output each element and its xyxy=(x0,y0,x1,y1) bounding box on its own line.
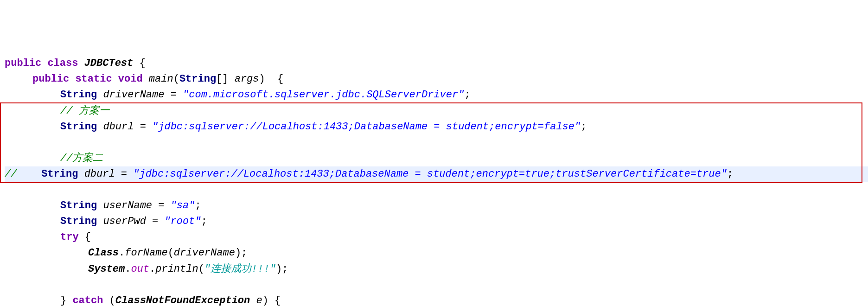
token: void xyxy=(118,73,149,85)
token: println xyxy=(155,263,198,275)
token: Class xyxy=(88,247,119,259)
token: JDBCTest xyxy=(84,57,134,69)
token: ( xyxy=(198,263,204,275)
token: String xyxy=(60,89,103,101)
token: } xyxy=(60,295,72,306)
token: "com.microsoft.sqlserver.jdbc.SQLServerD… xyxy=(183,89,464,101)
token: "root" xyxy=(164,216,201,227)
token: . xyxy=(125,263,131,275)
token: args xyxy=(235,73,259,85)
token: forName xyxy=(125,247,167,259)
line-content: System.out.println("连接成功!!!"); xyxy=(5,261,288,277)
code-line: try { xyxy=(5,230,868,245)
code-line: Class.forName(driverName); xyxy=(5,245,868,261)
code-line: //方案二 xyxy=(5,151,868,166)
code-block: public class JDBCTest { public static vo… xyxy=(0,8,868,306)
token: . xyxy=(119,247,125,259)
token: "连接成功!!!" xyxy=(204,263,276,275)
line-content: String userName = "sa"; xyxy=(5,198,201,214)
token: static xyxy=(75,73,118,85)
token: catch xyxy=(72,295,103,306)
code-line xyxy=(5,277,868,293)
token: System xyxy=(88,263,125,275)
code-line: // 方案一 xyxy=(5,103,868,119)
token: ; xyxy=(464,89,470,101)
code-line: String dburl = "jdbc:sqlserver://Localho… xyxy=(5,119,868,135)
token: public xyxy=(32,73,75,85)
token: try xyxy=(60,231,79,243)
token: class xyxy=(47,57,84,69)
token: ( xyxy=(173,73,179,85)
token: = xyxy=(134,121,152,133)
line-content: public static void main(String[] args) { xyxy=(5,71,283,87)
code-line: } catch (ClassNotFoundException e) { xyxy=(5,293,868,306)
line-content: // 方案一 xyxy=(5,103,109,119)
line-content: //方案二 xyxy=(5,151,103,166)
token: ) { xyxy=(259,73,284,85)
code-line: // String dburl = "jdbc:sqlserver://Loca… xyxy=(5,166,868,182)
token: out xyxy=(131,263,149,275)
token: [] xyxy=(216,73,235,85)
token: ; xyxy=(195,200,201,211)
token: = xyxy=(164,89,183,101)
token: ( xyxy=(103,295,115,306)
code-line: String userPwd = "root"; xyxy=(5,214,868,230)
token: ); xyxy=(235,247,247,259)
code-line: System.out.println("连接成功!!!"); xyxy=(5,261,868,277)
code-line: public class JDBCTest { xyxy=(5,56,868,71)
line-content: Class.forName(driverName); xyxy=(5,245,247,261)
token: = xyxy=(146,216,165,227)
token: = xyxy=(152,200,171,211)
token: String xyxy=(60,200,103,211)
line-content: String driverName = "com.microsoft.sqlse… xyxy=(5,87,471,103)
token: e xyxy=(256,295,262,306)
token: "sa" xyxy=(171,200,195,211)
line-content: public class JDBCTest { xyxy=(5,56,146,71)
token: ; xyxy=(581,121,587,133)
token: "jdbc:sqlserver://Localhost:1433;Databas… xyxy=(152,121,581,133)
token: String xyxy=(60,216,103,227)
token: // xyxy=(5,168,17,180)
token: ClassNotFoundException xyxy=(115,295,250,306)
line-content: String dburl = "jdbc:sqlserver://Localho… xyxy=(5,119,587,135)
line-content: try { xyxy=(5,230,91,245)
code-line: String userName = "sa"; xyxy=(5,198,868,214)
token: driverName xyxy=(174,247,235,259)
token: String xyxy=(60,121,103,133)
line-content: String userPwd = "root"; xyxy=(5,214,207,230)
code-line xyxy=(5,135,868,151)
code-container: public class JDBCTest { public static vo… xyxy=(0,8,868,306)
token: ; xyxy=(201,216,207,227)
code-line: String driverName = "com.microsoft.sqlse… xyxy=(5,87,868,103)
code-line: public static void main(String[] args) { xyxy=(5,71,868,87)
token: userPwd xyxy=(103,216,146,227)
token: = xyxy=(115,168,134,180)
token: userName xyxy=(103,200,152,211)
token: main xyxy=(149,73,173,85)
token: ( xyxy=(168,247,174,259)
code-line xyxy=(5,182,868,198)
token: { xyxy=(133,57,145,69)
token: ); xyxy=(276,263,288,275)
token: dburl xyxy=(84,168,115,180)
token: //方案二 xyxy=(60,153,103,164)
token: ; xyxy=(727,168,733,180)
token: public xyxy=(5,57,47,69)
token: "jdbc:sqlserver://Localhost:1433;Databas… xyxy=(133,168,727,180)
token: ) { xyxy=(262,295,281,306)
token: dburl xyxy=(103,121,134,133)
token: { xyxy=(79,231,91,243)
token: String xyxy=(17,168,84,180)
token: . xyxy=(149,263,155,275)
token xyxy=(250,295,256,306)
token: String xyxy=(179,73,216,85)
token: driverName xyxy=(103,89,164,101)
token: // 方案一 xyxy=(60,105,109,117)
line-content: // String dburl = "jdbc:sqlserver://Loca… xyxy=(5,166,733,182)
line-content: } catch (ClassNotFoundException e) { xyxy=(5,293,281,306)
